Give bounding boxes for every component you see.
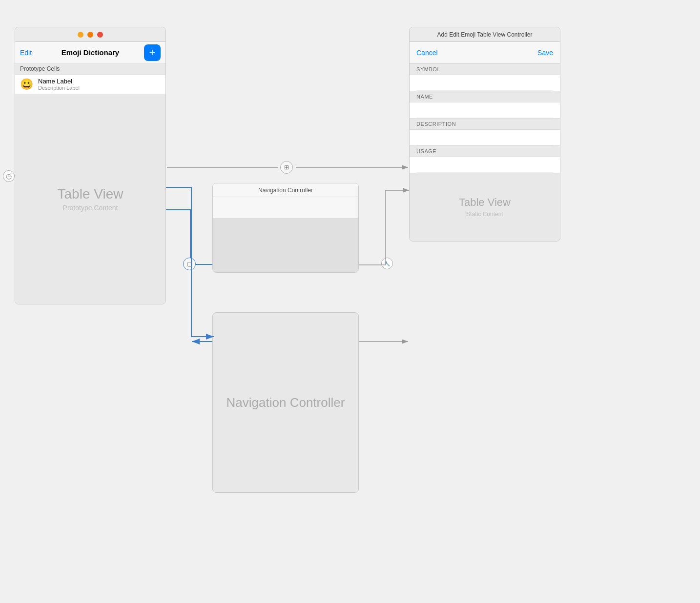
cell-name-label: Name Label — [38, 78, 80, 85]
red-dot-icon[interactable] — [97, 32, 103, 38]
usage-input[interactable] — [416, 157, 553, 173]
add-button[interactable]: + — [144, 44, 161, 61]
usage-section-header: USAGE — [410, 145, 560, 157]
nav-controller-top-bar: Navigation Controller — [213, 183, 358, 197]
prototype-cell-row: 😀 Name Label Description Label — [15, 75, 165, 94]
description-input-row — [410, 130, 560, 145]
cell-description-label: Description Label — [38, 85, 80, 91]
table-view-label: Table View — [58, 186, 124, 202]
nav-controller-top-panel: Navigation Controller — [212, 183, 359, 273]
nav-controller-main-label: Navigation Controller — [226, 395, 345, 410]
symbol-input[interactable] — [416, 75, 553, 91]
edit-table-view-label: Table View — [459, 196, 511, 209]
segue-icon-square: ▢ — [183, 258, 196, 270]
cell-labels: Name Label Description Label — [38, 78, 80, 91]
symbol-input-row — [410, 75, 560, 91]
edit-panel: Add Edit Emoji Table View Controller Can… — [409, 27, 560, 241]
edit-nav-bar: Cancel Save — [410, 42, 560, 63]
name-input-row — [410, 102, 560, 118]
nav-panel-nav-bar — [213, 197, 358, 219]
edit-panel-titlebar: Add Edit Emoji Table View Controller — [410, 27, 560, 42]
nav-controller-main-panel: Navigation Controller — [212, 312, 359, 493]
prototype-header: Prototype Cells — [15, 63, 165, 75]
tvc-body: Table View Prototype Content — [15, 94, 165, 304]
name-input[interactable] — [416, 102, 553, 118]
usage-input-row — [410, 157, 560, 173]
description-section-header: DESCRIPTION — [410, 118, 560, 130]
table-view-controller-panel: Edit Emoji Dictionary + Prototype Cells … — [15, 27, 166, 304]
symbol-section-header: SYMBOL — [410, 63, 560, 75]
tvc-titlebar — [15, 27, 165, 42]
save-button[interactable]: Save — [537, 49, 553, 57]
edit-table-view-body: Table View Static Content — [410, 173, 560, 241]
yellow-dot-icon[interactable] — [78, 32, 83, 38]
entrance-icon-left: ◷ — [3, 170, 15, 182]
orange-dot-icon[interactable] — [87, 32, 93, 38]
nav-title: Emoji Dictionary — [62, 48, 119, 57]
name-section-header: NAME — [410, 91, 560, 102]
nav-panel-body — [213, 219, 358, 272]
tvc-nav-bar: Edit Emoji Dictionary + — [15, 42, 165, 63]
description-input[interactable] — [416, 130, 553, 145]
entrance-icon-wrench: 🔧 — [381, 258, 393, 269]
edit-table-view-sublabel: Static Content — [466, 211, 503, 218]
cancel-button[interactable]: Cancel — [416, 49, 438, 57]
emoji-icon: 😀 — [20, 78, 33, 91]
table-view-sublabel: Prototype Content — [63, 204, 118, 212]
edit-button[interactable]: Edit — [20, 49, 32, 57]
segue-icon-top: ⊞ — [280, 161, 293, 174]
